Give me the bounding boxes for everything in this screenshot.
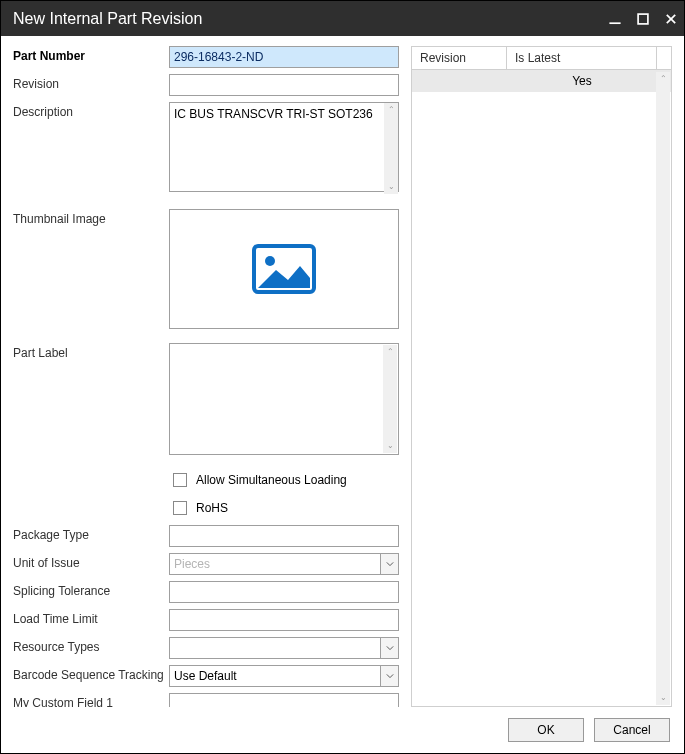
chevron-down-icon xyxy=(380,554,398,574)
svg-rect-1 xyxy=(638,14,648,24)
custom-field-1-label: My Custom Field 1 xyxy=(13,693,163,707)
table-scrollbar[interactable]: ⌃⌄ xyxy=(656,72,670,705)
part-label-scrollbar[interactable]: ⌃⌄ xyxy=(383,345,397,453)
svg-point-5 xyxy=(265,256,275,266)
rohs-checkbox[interactable] xyxy=(173,501,187,515)
chevron-down-icon xyxy=(380,666,398,686)
description-scrollbar[interactable]: ⌃⌄ xyxy=(384,103,398,194)
revision-label: Revision xyxy=(13,74,163,91)
allow-simultaneous-label: Allow Simultaneous Loading xyxy=(196,473,347,487)
load-time-limit-input[interactable] xyxy=(169,609,399,631)
unit-of-issue-dropdown[interactable]: Pieces xyxy=(169,553,399,575)
allow-simultaneous-checkbox[interactable] xyxy=(173,473,187,487)
dialog-window: New Internal Part Revision Part Number R… xyxy=(0,0,685,754)
ok-button[interactable]: OK xyxy=(508,718,584,742)
barcode-seq-label: Barcode Sequence Tracking xyxy=(13,665,163,682)
close-button[interactable] xyxy=(664,12,678,26)
rohs-label: RoHS xyxy=(196,501,228,515)
thumbnail-label: Thumbnail Image xyxy=(13,209,163,226)
dialog-footer: OK Cancel xyxy=(1,707,684,753)
col-is-latest[interactable]: Is Latest xyxy=(507,47,657,69)
chevron-down-icon xyxy=(380,638,398,658)
custom-field-1-input[interactable] xyxy=(169,693,399,707)
titlebar: New Internal Part Revision xyxy=(1,1,684,36)
col-revision[interactable]: Revision xyxy=(412,47,507,69)
window-title: New Internal Part Revision xyxy=(13,10,202,28)
cancel-button[interactable]: Cancel xyxy=(594,718,670,742)
thumbnail-box[interactable] xyxy=(169,209,399,329)
unit-of-issue-label: Unit of Issue xyxy=(13,553,163,570)
revisions-table: Revision Is Latest Yes ⌃⌄ xyxy=(411,46,672,707)
maximize-button[interactable] xyxy=(636,12,650,26)
part-number-label: Part Number xyxy=(13,46,163,63)
barcode-seq-dropdown[interactable]: Use Default xyxy=(169,665,399,687)
part-label-label: Part Label xyxy=(13,343,163,360)
splicing-tolerance-label: Splicing Tolerance xyxy=(13,581,163,598)
part-label-textarea[interactable]: ⌃⌄ xyxy=(169,343,399,455)
image-placeholder-icon xyxy=(252,244,316,294)
form-panel: Part Number Revision Description IC BUS … xyxy=(13,46,399,707)
table-header: Revision Is Latest xyxy=(412,47,671,70)
package-type-label: Package Type xyxy=(13,525,163,542)
table-row[interactable]: Yes xyxy=(412,70,671,92)
part-number-input[interactable] xyxy=(169,46,399,68)
resource-types-dropdown[interactable] xyxy=(169,637,399,659)
minimize-button[interactable] xyxy=(608,12,622,26)
description-textarea[interactable]: IC BUS TRANSCVR TRI-ST SOT236 xyxy=(169,102,399,192)
splicing-tolerance-input[interactable] xyxy=(169,581,399,603)
description-label: Description xyxy=(13,102,163,119)
package-type-input[interactable] xyxy=(169,525,399,547)
revision-input[interactable] xyxy=(169,74,399,96)
load-time-limit-label: Load Time Limit xyxy=(13,609,163,626)
resource-types-label: Resource Types xyxy=(13,637,163,654)
